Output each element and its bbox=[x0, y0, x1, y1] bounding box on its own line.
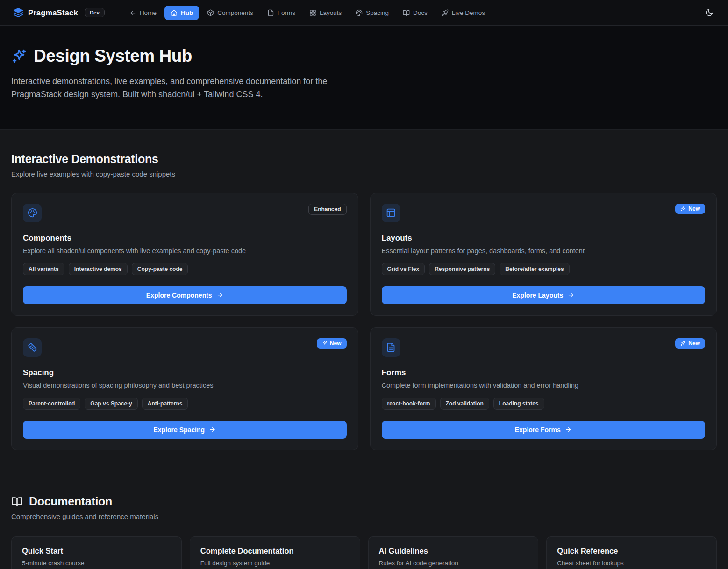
brand[interactable]: PragmaStack Dev bbox=[13, 7, 105, 18]
tag: Anti-patterns bbox=[142, 398, 188, 410]
palette-icon bbox=[28, 208, 37, 218]
doc-card-quick-reference[interactable]: Quick Reference Cheat sheet for lookups bbox=[546, 536, 717, 569]
doc-card-title: Quick Reference bbox=[557, 547, 706, 555]
demos-section-title: Interactive Demonstrations bbox=[11, 152, 717, 166]
theme-toggle-button[interactable] bbox=[701, 4, 718, 21]
tag: Copy-paste code bbox=[132, 263, 188, 275]
card-title: Spacing bbox=[23, 368, 347, 377]
doc-card-description: 5-minute crash course bbox=[22, 560, 171, 567]
ruler-icon bbox=[23, 338, 42, 357]
tag: Responsive patterns bbox=[429, 263, 495, 275]
sparkles-icon bbox=[680, 341, 686, 346]
doc-card-title: Complete Documentation bbox=[200, 547, 350, 555]
hero-section: Design System Hub Interactive demonstrat… bbox=[0, 26, 728, 130]
doc-card-title: AI Guidelines bbox=[379, 547, 528, 555]
tag-list: All variants Interactive demos Copy-past… bbox=[23, 263, 347, 275]
docs-section-title: Documentation bbox=[29, 495, 112, 508]
button-label: Explore Components bbox=[146, 292, 212, 299]
card-title: Layouts bbox=[382, 234, 706, 243]
explore-spacing-button[interactable]: Explore Spacing bbox=[23, 421, 347, 439]
ruler-icon bbox=[28, 342, 37, 352]
docs-section-subtitle: Comprehensive guides and reference mater… bbox=[11, 512, 717, 520]
dev-badge: Dev bbox=[85, 8, 105, 17]
tag: Before/after examples bbox=[500, 263, 569, 275]
moon-icon bbox=[705, 8, 714, 17]
nav-item-home[interactable]: Home bbox=[123, 6, 163, 20]
sparkles-icon bbox=[680, 206, 686, 212]
main-content: Interactive Demonstrations Explore live … bbox=[0, 130, 728, 569]
demo-card-layouts: New Layouts Essential layout patterns fo… bbox=[370, 193, 717, 316]
palette-icon bbox=[23, 204, 42, 222]
nav-item-label: Components bbox=[217, 9, 253, 16]
doc-card-description: Rules for AI code generation bbox=[379, 560, 528, 567]
file-icon bbox=[267, 9, 274, 16]
card-description: Explore all shadcn/ui components with li… bbox=[23, 247, 347, 255]
new-badge: New bbox=[675, 204, 705, 214]
hero-subtitle: Interactive demonstrations, live example… bbox=[11, 75, 364, 101]
demo-card-forms: New Forms Complete form implementations … bbox=[370, 327, 717, 450]
nav-item-label: Live Demos bbox=[452, 9, 485, 16]
explore-components-button[interactable]: Explore Components bbox=[23, 286, 347, 304]
arrow-right-icon bbox=[567, 292, 574, 299]
demo-card-components: Enhanced Components Explore all shadcn/u… bbox=[11, 193, 358, 316]
card-description: Visual demonstrations of spacing philoso… bbox=[23, 382, 347, 389]
badge-label: New bbox=[688, 340, 700, 347]
nav-menu: Home Hub Components Forms Layouts Spacin… bbox=[123, 6, 491, 20]
nav-item-layouts[interactable]: Layouts bbox=[303, 6, 348, 20]
card-title: Forms bbox=[382, 368, 706, 377]
tag: All variants bbox=[23, 263, 64, 275]
doc-card-description: Cheat sheet for lookups bbox=[557, 560, 706, 567]
enhanced-badge: Enhanced bbox=[308, 204, 346, 215]
layout-icon bbox=[382, 204, 400, 222]
top-nav: PragmaStack Dev Home Hub Components Form… bbox=[0, 0, 728, 26]
layers-icon bbox=[13, 7, 23, 18]
nav-item-components[interactable]: Components bbox=[201, 6, 259, 20]
card-description: Essential layout patterns for pages, das… bbox=[382, 247, 706, 255]
rocket-icon bbox=[442, 9, 449, 16]
tag-list: react-hook-form Zod validation Loading s… bbox=[382, 398, 706, 410]
file-text-icon bbox=[382, 338, 400, 357]
arrow-right-icon bbox=[216, 292, 223, 299]
sparkles-icon bbox=[322, 341, 328, 346]
nav-item-docs[interactable]: Docs bbox=[397, 6, 434, 20]
nav-item-label: Layouts bbox=[320, 9, 342, 16]
docs-section: Documentation Comprehensive guides and r… bbox=[11, 495, 717, 569]
nav-item-label: Spacing bbox=[366, 9, 389, 16]
tag: Interactive demos bbox=[69, 263, 128, 275]
nav-item-label: Hub bbox=[181, 9, 193, 16]
nav-item-label: Home bbox=[140, 9, 157, 16]
badge-label: New bbox=[688, 206, 700, 212]
doc-card-ai-guidelines[interactable]: AI Guidelines Rules for AI code generati… bbox=[368, 536, 539, 569]
demos-section-subtitle: Explore live examples with copy-paste co… bbox=[11, 170, 717, 178]
nav-item-hub[interactable]: Hub bbox=[164, 6, 199, 20]
tag: Parent-controlled bbox=[23, 398, 80, 410]
arrow-left-icon bbox=[129, 9, 136, 16]
tag: Zod validation bbox=[440, 398, 489, 410]
explore-layouts-button[interactable]: Explore Layouts bbox=[382, 286, 706, 304]
doc-card-complete-documentation[interactable]: Complete Documentation Full design syste… bbox=[190, 536, 360, 569]
demos-section: Interactive Demonstrations Explore live … bbox=[11, 152, 717, 450]
demo-card-grid: Enhanced Components Explore all shadcn/u… bbox=[11, 193, 717, 450]
file-text-icon bbox=[386, 342, 396, 352]
doc-card-quick-start[interactable]: Quick Start 5-minute crash course bbox=[11, 536, 182, 569]
doc-card-title: Quick Start bbox=[22, 547, 171, 555]
new-badge: New bbox=[317, 338, 347, 349]
button-label: Explore Layouts bbox=[512, 292, 563, 299]
nav-item-forms[interactable]: Forms bbox=[261, 6, 301, 20]
card-description: Complete form implementations with valid… bbox=[382, 382, 706, 389]
box-icon bbox=[207, 9, 214, 16]
section-divider bbox=[11, 473, 717, 473]
badge-label: New bbox=[330, 340, 342, 347]
button-label: Explore Forms bbox=[515, 426, 561, 434]
explore-forms-button[interactable]: Explore Forms bbox=[382, 421, 706, 439]
grid-icon bbox=[309, 9, 316, 16]
new-badge: New bbox=[675, 338, 705, 349]
button-label: Explore Spacing bbox=[153, 426, 205, 434]
doc-card-description: Full design system guide bbox=[200, 560, 350, 567]
tag-list: Grid vs Flex Responsive patterns Before/… bbox=[382, 263, 706, 275]
palette-icon bbox=[356, 9, 363, 16]
nav-item-spacing[interactable]: Spacing bbox=[350, 6, 395, 20]
page-title: Design System Hub bbox=[34, 46, 192, 66]
nav-item-live-demos[interactable]: Live Demos bbox=[435, 6, 491, 20]
home-icon bbox=[171, 9, 178, 16]
